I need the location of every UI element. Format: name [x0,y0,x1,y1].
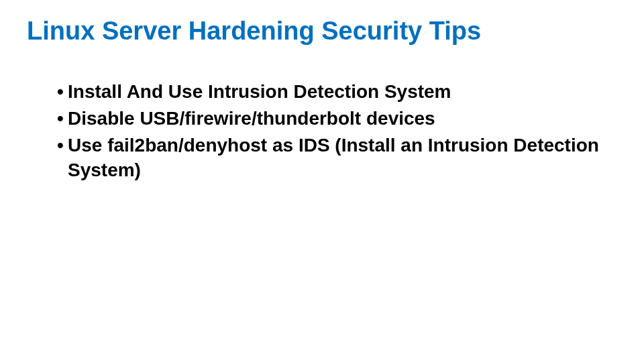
bullet-item: Disable USB/firewire/thunderbolt devices [57,106,617,131]
bullet-item: Use fail2ban/denyhost as IDS (Install an… [57,133,617,184]
slide-title: Linux Server Hardening Security Tips [27,17,617,46]
bullet-list: Install And Use Intrusion Detection Syst… [27,79,617,183]
bullet-item: Install And Use Intrusion Detection Syst… [57,79,617,105]
